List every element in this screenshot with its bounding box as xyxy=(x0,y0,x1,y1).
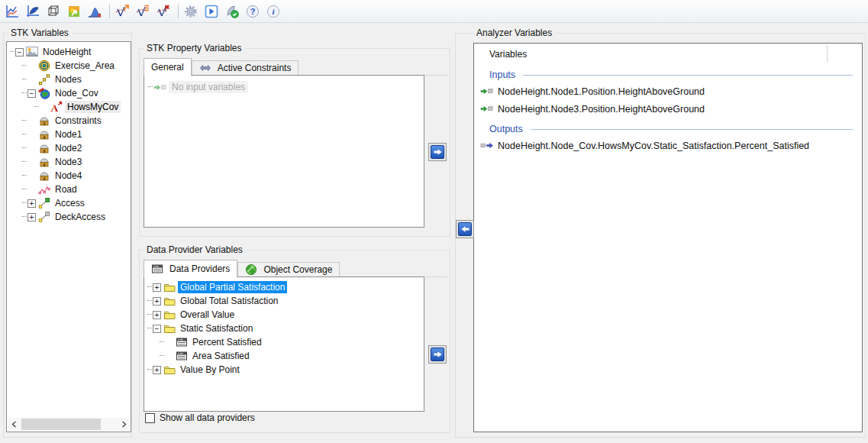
tree-item-label: Area Satisfied xyxy=(190,350,252,362)
section-divider-line xyxy=(523,75,853,76)
settings-gear-button[interactable] xyxy=(182,2,202,21)
report-icon xyxy=(151,263,163,275)
variables-column-header[interactable]: Variables xyxy=(474,44,862,63)
stk-tree-item-exercise-area[interactable]: Exercise_Area xyxy=(7,59,131,73)
run-icon xyxy=(204,4,219,19)
scroll-right-button[interactable] xyxy=(117,418,130,431)
expand-toggle[interactable]: + xyxy=(153,366,161,374)
parametric-study-button[interactable] xyxy=(114,2,133,21)
design-of-experiments-button[interactable] xyxy=(155,2,174,21)
stk-tree-item-nodeheight[interactable]: −NodeHeight xyxy=(7,45,131,59)
data-provider-tab-data-providers[interactable]: Data Providers xyxy=(144,260,237,277)
carpet-plot-icon xyxy=(25,4,40,19)
stk-tree-item-nodes[interactable]: Nodes xyxy=(7,73,131,86)
contour-plot-button[interactable] xyxy=(66,2,85,21)
dp-tree-item-area-satisfied[interactable]: Area Satisfied xyxy=(144,349,424,363)
stk-tree-item-deckaccess[interactable]: +DeckAccess xyxy=(7,210,131,224)
dp-tree-item-global-total-satisfaction[interactable]: +Global Total Satisfaction xyxy=(144,294,424,308)
dp-tree-item-static-satisfaction[interactable]: −Static Satisfaction xyxy=(144,322,424,335)
folder-icon xyxy=(163,322,176,335)
stk-tree-item-node4[interactable]: Node4 xyxy=(7,169,131,183)
about-info-icon: i xyxy=(266,4,281,19)
expand-toggle[interactable]: + xyxy=(153,297,161,306)
section-divider-line xyxy=(531,129,853,130)
validate-button[interactable] xyxy=(224,2,243,21)
box-3d-icon xyxy=(46,4,61,19)
expand-toggle[interactable]: + xyxy=(153,311,161,319)
stk-tree-item-node2[interactable]: Node2 xyxy=(7,141,131,155)
variable-path-label: NodeHeight.Node_Cov.HowsMyCov.Static_Sat… xyxy=(498,141,809,151)
stk-property-tab-active-constraints[interactable]: Active Constraints xyxy=(192,60,299,75)
run-button[interactable] xyxy=(203,2,222,21)
dp-tree-item-overall-value[interactable]: +Overall Value xyxy=(144,308,424,322)
stk-tree-item-howsmycov[interactable]: AHowsMyCov xyxy=(7,100,131,114)
tree-item-label: Node1 xyxy=(53,128,84,141)
tree-item-label: NodeHeight xyxy=(40,46,93,58)
analyzer-variable-item[interactable]: NodeHeight.Node_Cov.HowsMyCov.Static_Sat… xyxy=(480,137,854,154)
stk-variables-group-title: STK Variables xyxy=(8,27,72,38)
collapse-toggle[interactable]: − xyxy=(27,89,36,98)
horizontal-scrollbar[interactable] xyxy=(8,418,130,431)
carpet-study-button[interactable] xyxy=(134,2,153,21)
add-data-provider-variable-button[interactable] xyxy=(428,345,447,364)
stk-tree-item-access[interactable]: +Access xyxy=(7,196,131,210)
stk-tree-item-road[interactable]: Road xyxy=(7,183,131,196)
show-all-data-providers-checkbox[interactable] xyxy=(145,413,155,423)
xy-plot-button[interactable] xyxy=(4,2,23,21)
arrow-right-icon xyxy=(433,350,443,359)
stk-tree-item-node3[interactable]: Node3 xyxy=(7,155,131,169)
figure-of-merit-icon: A xyxy=(50,101,63,113)
input-variable-icon xyxy=(480,87,493,95)
dp-tree-item-global-partial-satisfaction[interactable]: +Global Partial Satisfaction xyxy=(144,280,424,294)
facility-icon xyxy=(38,156,50,168)
folder-icon xyxy=(163,364,176,376)
tree-connector xyxy=(160,355,164,357)
dp-tree-item-percent-satisfied[interactable]: Percent Satisfied xyxy=(144,335,424,349)
svg-text:A: A xyxy=(51,102,59,114)
stk-tree-item-node-cov[interactable]: −Node_Cov xyxy=(7,86,131,100)
collapse-toggle[interactable]: − xyxy=(153,325,161,333)
no-input-variables-item: No input variables xyxy=(144,80,424,94)
facility-icon xyxy=(38,142,50,154)
stk-tree-item-constraints[interactable]: Constraints xyxy=(7,114,131,128)
tree-connector xyxy=(22,65,27,66)
data-provider-tabs: Data ProvidersObject Coverage xyxy=(144,260,340,276)
expand-toggle[interactable]: + xyxy=(27,213,36,222)
data-provider-tab-object-coverage[interactable]: Object Coverage xyxy=(237,262,340,276)
collapse-toggle[interactable]: − xyxy=(15,48,24,57)
carpet-plot-button[interactable] xyxy=(24,2,44,21)
scroll-left-button[interactable] xyxy=(8,418,21,431)
help-button[interactable]: ? xyxy=(244,2,263,21)
stk-property-variables-group-title: STK Property Variables xyxy=(144,43,245,53)
stk-tree-item-node1[interactable]: Node1 xyxy=(7,128,131,141)
tree-connector xyxy=(147,369,152,370)
scenario-icon xyxy=(26,46,38,58)
add-property-variable-button[interactable] xyxy=(428,143,447,161)
tree-connector xyxy=(22,120,27,121)
scrollbar-thumb[interactable] xyxy=(21,419,101,430)
expand-toggle[interactable]: + xyxy=(153,283,161,292)
tree-connector xyxy=(147,314,152,315)
distribution-button[interactable] xyxy=(86,2,105,21)
tree-connector xyxy=(22,189,27,190)
design-of-experiments-icon xyxy=(156,4,171,19)
data-provider-variables-group-title: Data Provider Variables xyxy=(144,244,246,255)
report-icon xyxy=(176,350,188,362)
folder-icon xyxy=(163,295,176,307)
tree-item-label: Static Satisfaction xyxy=(178,322,255,335)
about-info-button[interactable]: i xyxy=(265,2,284,21)
box-3d-button[interactable] xyxy=(45,2,64,21)
distribution-icon xyxy=(87,4,102,19)
analyzer-variable-item[interactable]: NodeHeight.Node1.Position.HeightAboveGro… xyxy=(480,82,854,100)
stk-property-tab-general[interactable]: General xyxy=(144,58,192,76)
remove-variable-button[interactable] xyxy=(456,220,474,238)
analyzer-variable-item[interactable]: NodeHeight.Node3.Position.HeightAboveGro… xyxy=(480,100,854,118)
folder-icon xyxy=(163,281,176,293)
expand-toggle[interactable]: + xyxy=(27,199,36,208)
arrow-right-icon xyxy=(433,147,443,157)
tree-connector xyxy=(22,134,27,135)
column-divider[interactable] xyxy=(827,45,828,63)
dp-tree-item-value-by-point[interactable]: +Value By Point xyxy=(144,363,424,377)
tree-item-label: Node_Cov xyxy=(53,87,101,99)
tree-item-label: Constraints xyxy=(53,115,104,127)
